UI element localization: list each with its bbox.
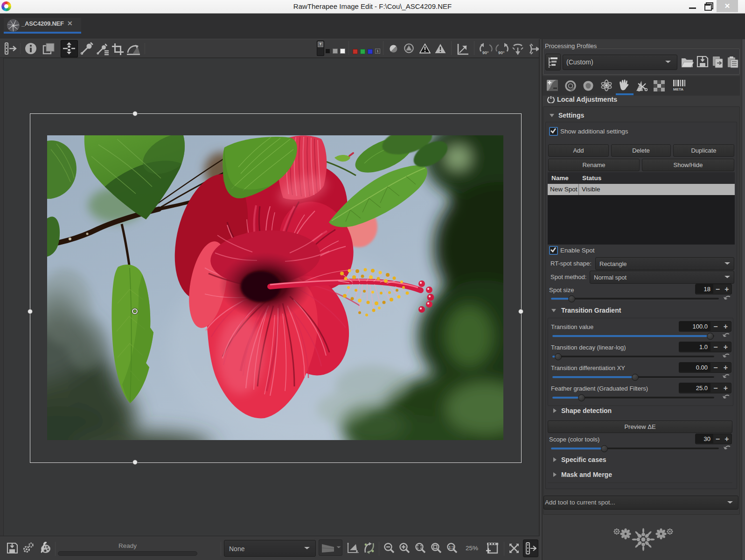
svg-text:90°: 90° [482,50,489,55]
svg-text:90°: 90° [498,50,505,55]
svg-text:META: META [673,87,683,91]
svg-text:1:1: 1:1 [449,545,455,550]
